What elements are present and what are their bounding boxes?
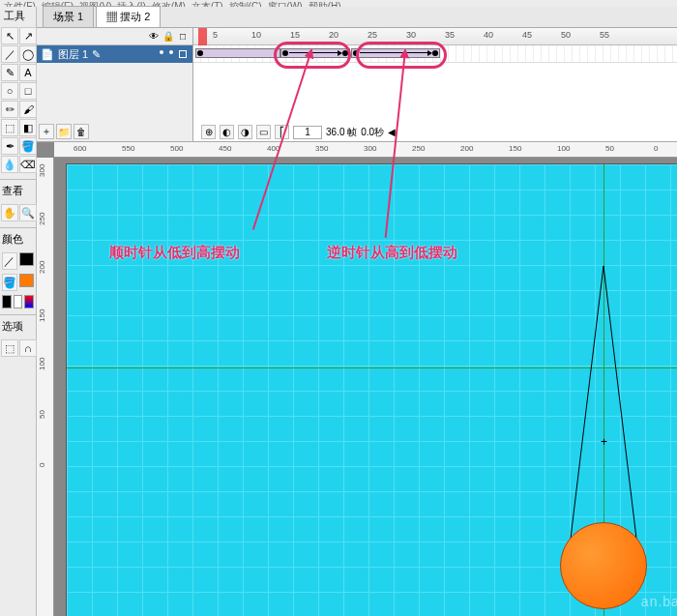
left-panels: 工具 ↖ ↗ ／ ◯ ✎ A ○ □ ✏ 🖌 ⬚ ◧ ✒ 🪣 💧 ⌫ 查看 ✋ … — [0, 7, 37, 616]
main-content: 场景 1 ▦ 摆动 2 👁 🔒 □ 📄 图层 1 ✎ ＋ 📁 🗑 — [37, 7, 677, 616]
tween-span-1[interactable] — [280, 48, 350, 58]
eyedropper-tool[interactable]: 💧 — [1, 156, 18, 173]
brush-tool[interactable]: 🖌 — [19, 101, 37, 118]
line-tool[interactable]: ／ — [1, 45, 18, 63]
color-panel-title: 颜色 — [0, 227, 36, 250]
fill-transform-tool[interactable]: ◧ — [19, 119, 37, 136]
rect-tool[interactable]: □ — [19, 82, 37, 100]
tween-span-0[interactable] — [195, 48, 280, 58]
text-tool[interactable]: A — [19, 64, 37, 81]
stroke-swatch[interactable] — [19, 252, 35, 266]
onion-marker-button[interactable]: ⎡ — [275, 125, 289, 139]
pen-tool[interactable]: ✎ — [1, 64, 18, 81]
new-folder-button[interactable]: 📁 — [56, 124, 72, 139]
snap-option[interactable]: ⬚ — [1, 339, 18, 357]
fill-color-icon: 🪣 — [2, 274, 17, 291]
options-panel-title: 选项 — [0, 314, 36, 337]
layer-header: 👁 🔒 □ — [37, 28, 192, 45]
hand-tool[interactable]: ✋ — [1, 204, 18, 221]
stage-canvas[interactable]: + an.bai — [66, 163, 677, 616]
pencil-tool[interactable]: ✏ — [1, 101, 18, 118]
fps-label: 36.0 帧 — [326, 126, 357, 139]
subselect-tool[interactable]: ↗ — [19, 27, 37, 44]
horizontal-ruler[interactable]: 600 550 500 450 400 350 300 250 200 150 … — [54, 142, 677, 158]
tab-symbol[interactable]: ▦ 摆动 2 — [96, 6, 161, 27]
frame-ruler[interactable]: 5 10 15 20 25 30 35 40 45 50 55 — [193, 28, 677, 45]
timeline-status: ⊕ ◐ ◑ ▭ ⎡ 36.0 帧 0.0秒 ◀ — [201, 125, 396, 139]
ink-tool[interactable]: ✒ — [1, 137, 18, 155]
layer-column: 👁 🔒 □ 📄 图层 1 ✎ ＋ 📁 🗑 — [37, 28, 193, 141]
lock-icon[interactable]: 🔒 — [162, 31, 174, 42]
eraser-tool[interactable]: ⌫ — [19, 156, 37, 173]
magnet-option[interactable]: ∩ — [19, 339, 37, 357]
edit-frames-button[interactable]: ▭ — [256, 125, 271, 139]
default-colors[interactable] — [2, 295, 12, 308]
view-panel-title: 查看 — [0, 179, 36, 202]
document-tabs: 场景 1 ▦ 摆动 2 — [37, 7, 677, 28]
no-color[interactable] — [14, 295, 23, 308]
free-transform-tool[interactable]: ⬚ — [1, 119, 18, 136]
onion-outline-button[interactable]: ◑ — [238, 125, 252, 139]
oval-tool[interactable]: ○ — [1, 82, 18, 100]
tool-grid: ↖ ↗ ／ ◯ ✎ A ○ □ ✏ 🖌 ⬚ ◧ ✒ 🪣 💧 ⌫ — [0, 25, 36, 175]
center-frame-button[interactable]: ⊕ — [201, 125, 216, 139]
svg-line-0 — [570, 266, 603, 546]
scroll-left-icon[interactable]: ◀ — [388, 127, 396, 137]
new-layer-button[interactable]: ＋ — [39, 124, 54, 139]
tween-span-2[interactable] — [351, 48, 440, 58]
swap-colors[interactable] — [24, 295, 34, 308]
zoom-tool[interactable]: 🔍 — [19, 204, 37, 221]
stroke-color-icon: ／ — [2, 252, 17, 270]
tools-panel-title: 工具 — [0, 7, 36, 25]
eye-icon[interactable]: 👁 — [148, 31, 160, 42]
time-label: 0.0秒 — [361, 126, 384, 139]
stage-area: 600 550 500 450 400 350 300 250 200 150 … — [37, 142, 677, 616]
timeline-panel: 👁 🔒 □ 📄 图层 1 ✎ ＋ 📁 🗑 5 10 15 — [37, 28, 677, 142]
pendulum-ball[interactable] — [560, 522, 647, 609]
onion-skin-button[interactable]: ◐ — [220, 125, 234, 139]
frame-track[interactable] — [193, 45, 677, 63]
tab-scene[interactable]: 场景 1 — [43, 6, 94, 27]
layer-buttons: ＋ 📁 🗑 — [39, 124, 89, 139]
layer-row[interactable]: 📄 图层 1 ✎ — [37, 45, 192, 63]
tab-symbol-label: 摆动 2 — [120, 11, 150, 22]
layer-name: 图层 1 — [58, 47, 88, 62]
pencil-icon: ✎ — [92, 48, 101, 61]
delete-layer-button[interactable]: 🗑 — [74, 124, 89, 139]
vertical-ruler[interactable]: 300 250 200 150 100 50 0 — [37, 158, 54, 616]
lasso-tool[interactable]: ◯ — [19, 45, 37, 63]
outline-icon[interactable]: □ — [177, 31, 189, 42]
selection-tool[interactable]: ↖ — [1, 27, 18, 44]
bucket-tool[interactable]: 🪣 — [19, 137, 37, 155]
symbol-icon: ▦ — [106, 11, 117, 22]
svg-line-1 — [603, 266, 637, 546]
fill-swatch[interactable] — [19, 274, 34, 287]
current-frame-field[interactable] — [293, 126, 322, 139]
layer-type-icon: 📄 — [41, 48, 54, 61]
playhead[interactable] — [198, 28, 207, 45]
